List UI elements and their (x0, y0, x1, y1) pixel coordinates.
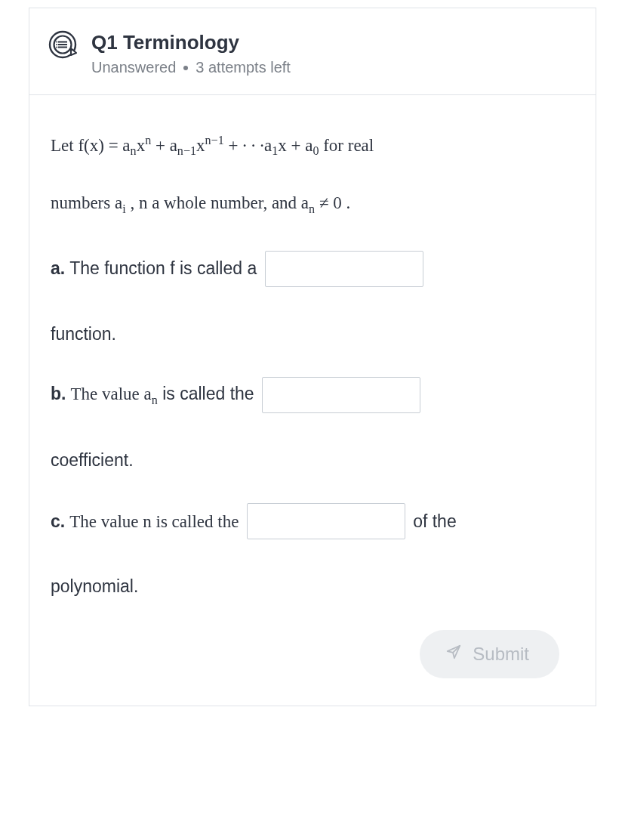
part-c-pre: The value n is called the (69, 512, 239, 531)
status-attempts: 3 attempts left (196, 59, 291, 76)
text: Let (51, 136, 78, 155)
submit-label: Submit (473, 644, 529, 665)
part-c-post-row: polynomial. (51, 574, 574, 599)
text: for real (319, 136, 374, 155)
part-c: c.The value n is called the of the (51, 503, 574, 544)
prompt-line-2: numbers ai , n a whole number, and an ≠ … (51, 190, 574, 218)
subscript: n (309, 202, 315, 215)
part-c-mid: of the (413, 509, 457, 534)
superscript: n−1 (205, 134, 224, 147)
part-b-pre-2: is called the (158, 384, 254, 403)
submit-row: Submit (51, 630, 574, 678)
text: x (137, 136, 146, 155)
paper-plane-icon (445, 644, 462, 665)
part-a-label: a. (51, 258, 65, 278)
text: numbers a (51, 193, 122, 212)
question-status: Unanswered 3 attempts left (91, 59, 291, 76)
card-body: Let f(x) = anxn + an−1xn−1 + · · ·a1x + … (29, 95, 596, 706)
text: x + a (278, 136, 312, 155)
prompt-line-1: Let f(x) = anxn + an−1xn−1 + · · ·a1x + … (51, 131, 574, 160)
part-a-pre: The function f is called a (69, 258, 257, 278)
question-card: Q1 Terminology Unanswered 3 attempts lef… (29, 8, 596, 706)
part-b-sub: n (152, 393, 158, 406)
status-unanswered: Unanswered (91, 59, 176, 76)
svg-point-6 (56, 44, 57, 45)
part-b-label: b. (51, 384, 66, 403)
text: x (196, 136, 205, 155)
part-c-label: c. (51, 511, 65, 531)
submit-button[interactable]: Submit (420, 630, 559, 678)
subscript: n (131, 144, 137, 157)
status-separator-dot (183, 66, 188, 70)
part-c-post: polynomial. (51, 576, 138, 596)
text: f(x) = a (78, 136, 130, 155)
part-b-pre-1: The value a (70, 384, 151, 403)
question-type-icon (48, 29, 78, 60)
part-c-input[interactable] (247, 503, 405, 539)
subscript: n−1 (177, 144, 196, 157)
header-text-block: Q1 Terminology Unanswered 3 attempts lef… (91, 29, 291, 76)
svg-point-7 (56, 47, 57, 48)
part-a-input[interactable] (265, 251, 423, 287)
text: + · · ·a (224, 136, 272, 155)
superscript: n (145, 134, 151, 147)
question-title: Q1 Terminology (91, 31, 291, 54)
part-b-post: coefficient. (51, 450, 134, 470)
svg-point-5 (56, 42, 57, 43)
part-a-post-row: function. (51, 322, 574, 347)
part-b-post-row: coefficient. (51, 448, 574, 473)
text: + a (151, 136, 177, 155)
part-a-post: function. (51, 324, 116, 344)
text: , n a whole number, and a (126, 193, 309, 212)
text: ≠ 0 . (315, 193, 350, 212)
subscript: 1 (272, 144, 278, 157)
part-a: a.The function f is called a (51, 251, 574, 292)
part-b: b.The value an is called the (51, 377, 574, 418)
card-header: Q1 Terminology Unanswered 3 attempts lef… (29, 8, 596, 95)
part-b-input[interactable] (262, 377, 420, 413)
